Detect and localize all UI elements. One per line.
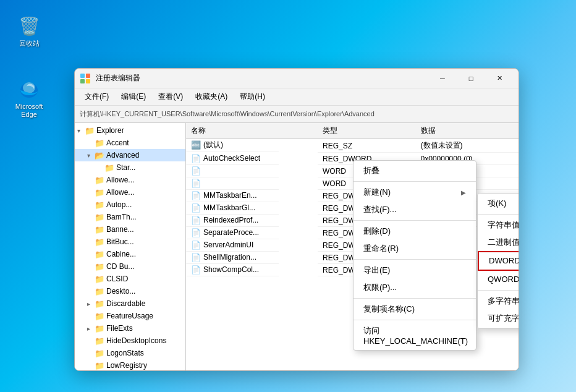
title-controls: ─ □ ✕	[428, 69, 514, 88]
tree-item-bitbuc[interactable]: 📁 BitBuc...	[75, 236, 185, 248]
folder-icon: 📁	[95, 138, 104, 148]
tree-item-fileexts[interactable]: ▸ 📁 FileExts	[75, 322, 185, 334]
minimize-button[interactable]: ─	[428, 69, 457, 88]
ctx-separator	[354, 298, 476, 299]
ctx-qword64[interactable]: QWORD (64 位)值(Q)	[478, 271, 519, 288]
sub-context-menu: 项(K) 字符串值(S) 二进制值(B) DWORD (32 位)值(D) QW…	[477, 193, 519, 329]
menu-help[interactable]: 帮助(H)	[235, 90, 270, 103]
menu-file[interactable]: 文件(F)	[80, 90, 114, 103]
registry-editor-window: 注册表编辑器 ─ □ ✕ 文件(F) 编辑(E) 查看(V) 收藏夹(A) 帮助…	[74, 68, 519, 371]
col-type: 类型	[318, 123, 416, 139]
ctx-separator	[354, 220, 476, 221]
ctx-delete[interactable]: 删除(D)	[354, 223, 476, 240]
ctx-string[interactable]: 字符串值(S)	[478, 216, 519, 234]
ctx-multi-string[interactable]: 多字符串值(M)	[478, 292, 519, 310]
tree-item-autop[interactable]: 📁 Autop...	[75, 198, 185, 211]
ctx-find[interactable]: 查找(F)...	[354, 201, 476, 218]
ctx-export[interactable]: 导出(E)	[354, 262, 476, 279]
title-bar: 注册表编辑器 ─ □ ✕	[75, 69, 519, 88]
svg-rect-2	[80, 74, 85, 78]
recycle-bin-icon[interactable]: 🗑️ 回收站	[7, 11, 51, 50]
context-menu: 折叠 新建(N) ▶ 项(K) 字符串值(S) 二进制值(B) DWORD (3…	[353, 160, 476, 351]
ctx-expand-string[interactable]: 可扩充字符串值(E)	[478, 310, 519, 327]
tree-item-featureusage[interactable]: 📁 FeatureUsage	[75, 310, 185, 322]
ctx-binary[interactable]: 二进制值(B)	[478, 234, 519, 251]
tree-item-deskto[interactable]: 📁 Deskto...	[75, 285, 185, 297]
ctx-new[interactable]: 新建(N) ▶ 项(K) 字符串值(S) 二进制值(B) DWORD (32 位…	[354, 184, 476, 201]
content-panel: 名称 类型 数据 🔤(默认) REG_SZ (数值未设置) 📄AutoCheck…	[186, 123, 519, 370]
expand-icon	[97, 164, 104, 171]
app-icon	[80, 73, 91, 84]
expand-icon	[87, 140, 95, 147]
ctx-collapse[interactable]: 折叠	[354, 162, 476, 179]
ctx-dword32[interactable]: DWORD (32 位)值(D)	[478, 251, 519, 271]
main-area: ▾ 📁 Explorer 📁 Accent ▾ 📂 Advanced 📁 Sta…	[75, 123, 519, 370]
address-bar: 计算机\HKEY_CURRENT_USER\Software\Microsoft…	[75, 106, 519, 123]
tree-item-discardable[interactable]: ▸ 📁 Discardable	[75, 297, 185, 310]
close-button[interactable]: ✕	[485, 69, 514, 88]
tree-item-advanced[interactable]: ▾ 📂 Advanced	[75, 149, 185, 161]
tree-panel: ▾ 📁 Explorer 📁 Accent ▾ 📂 Advanced 📁 Sta…	[75, 123, 186, 370]
maximize-button[interactable]: □	[457, 69, 485, 88]
folder-icon: 📁	[85, 126, 95, 135]
svg-rect-4	[80, 79, 85, 83]
edge-icon[interactable]: MicrosoftEdge	[7, 74, 51, 121]
tree-item-allowe2[interactable]: 📁 Allowe...	[75, 186, 185, 198]
address-path: 计算机\HKEY_CURRENT_USER\Software\Microsoft…	[80, 109, 514, 119]
ctx-permissions[interactable]: 权限(P)...	[354, 279, 476, 296]
tree-item-cdbu[interactable]: 📁 CD Bu...	[75, 260, 185, 273]
tree-item-cabine[interactable]: 📁 Cabine...	[75, 248, 185, 260]
col-data: 数据	[416, 123, 519, 139]
menu-view[interactable]: 查看(V)	[153, 90, 188, 103]
folder-icon: 📁	[104, 163, 114, 173]
svg-rect-5	[86, 79, 90, 83]
ctx-separator	[354, 259, 476, 260]
tree-item-hidedesktopicons[interactable]: 📁 HideDesktopIcons	[75, 334, 185, 347]
tree-item-lowregistry[interactable]: 📁 LowRegistry	[75, 359, 185, 370]
tree-item-banne[interactable]: 📁 Banne...	[75, 223, 185, 236]
menu-favorites[interactable]: 收藏夹(A)	[190, 90, 232, 103]
folder-icon: 📂	[95, 151, 104, 160]
tree-item-bamth[interactable]: 📁 BamTh...	[75, 211, 185, 223]
menu-bar: 文件(F) 编辑(E) 查看(V) 收藏夹(A) 帮助(H)	[75, 88, 519, 106]
ctx-copy-key-name[interactable]: 复制项名称(C)	[354, 300, 476, 318]
tree-item-accent[interactable]: 📁 Accent	[75, 137, 185, 149]
expand-icon: ▾	[87, 152, 95, 159]
ctx-access-hklm[interactable]: 访问 HKEY_LOCAL_MACHINE(T)	[354, 322, 476, 349]
tree-item-clsid[interactable]: 📁 CLSID	[75, 273, 185, 285]
tree-item-allowe1[interactable]: 📁 Allowe...	[75, 174, 185, 186]
col-name: 名称	[186, 123, 318, 139]
ctx-separator	[354, 181, 476, 182]
window-title: 注册表编辑器	[96, 73, 428, 83]
ctx-separator	[354, 320, 476, 320]
ctx-rename[interactable]: 重命名(R)	[354, 240, 476, 257]
tree-item-logonstats[interactable]: 📁 LogonStats	[75, 347, 185, 359]
expand-icon: ▾	[77, 127, 85, 134]
svg-rect-3	[86, 74, 90, 78]
table-row[interactable]: 🔤(默认) REG_SZ (数值未设置)	[186, 139, 519, 153]
tree-item-star[interactable]: 📁 Star...	[75, 161, 185, 174]
ctx-key[interactable]: 项(K)	[478, 195, 519, 212]
menu-edit[interactable]: 编辑(E)	[116, 90, 151, 103]
tree-item-explorer[interactable]: ▾ 📁 Explorer	[75, 124, 185, 137]
